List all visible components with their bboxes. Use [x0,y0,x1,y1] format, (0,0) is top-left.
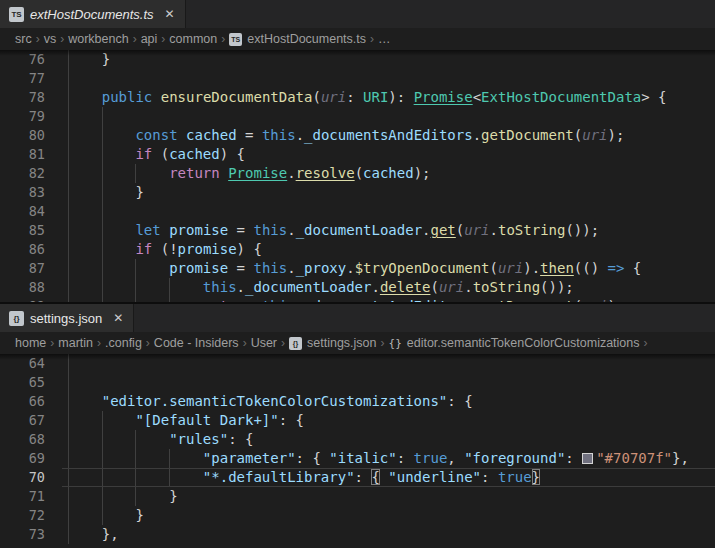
indent-guide [102,506,103,525]
code-line[interactable]: 89 return this._documentsAndEditors.getD… [0,297,715,302]
indent-guide [68,202,69,221]
line-number[interactable]: 64 [0,354,62,373]
line-number[interactable]: 83 [0,183,62,202]
line-number[interactable]: 87 [0,259,62,278]
breadcrumb-item[interactable]: {}editor.semanticTokenColorCustomization… [389,336,640,350]
code-line[interactable]: 73 }, [0,525,715,544]
indent-guide [68,278,69,297]
code-line-text: return Promise.resolve(cached); [62,164,715,183]
line-number[interactable]: 81 [0,145,62,164]
indent-guide [102,145,103,164]
code-token: _proxy [296,260,347,276]
breadcrumb-item[interactable]: src [15,32,32,46]
code-token: . [346,260,354,276]
code-line[interactable]: 72 } [0,506,715,525]
line-number[interactable]: 85 [0,221,62,240]
code-token: return [203,298,254,302]
line-number[interactable]: 73 [0,525,62,544]
code-token: Promise [414,89,473,105]
code-token: (() [574,260,608,276]
code-line[interactable]: 69 "parameter": { "italic": true, "foreg… [0,449,715,468]
code-line[interactable]: 64 [0,354,715,373]
code-token: ( [574,298,582,302]
code-token: ( [490,260,498,276]
code-line[interactable]: 85 let promise = this._documentLoader.ge… [0,221,715,240]
line-number[interactable]: 78 [0,88,62,107]
chevron-right-icon: › [97,336,101,350]
code-line[interactable]: 67 "[Default Dark+]": { [0,411,715,430]
breadcrumb-item[interactable]: TSextHostDocuments.ts [229,32,366,46]
code-token: : { [447,393,472,409]
breadcrumb-item[interactable]: workbench [68,32,128,46]
code-line[interactable]: 79 [0,107,715,126]
code-token: . [287,222,295,238]
code-line[interactable]: 81 if (cached) { [0,145,715,164]
code-token: }, [68,526,119,542]
code-line[interactable]: 87 promise = this._proxy.$tryOpenDocumen… [0,259,715,278]
breadcrumb-item[interactable]: common [169,32,217,46]
chevron-right-icon: › [161,32,165,46]
line-number[interactable]: 68 [0,430,62,449]
code-line[interactable]: 82 return Promise.resolve(cached); [0,164,715,183]
line-number[interactable]: 71 [0,487,62,506]
line-number[interactable]: 80 [0,126,62,145]
code-line[interactable]: 65 [0,373,715,392]
code-line[interactable]: 71 } [0,487,715,506]
breadcrumb-item[interactable]: Code - Insiders [154,336,239,350]
tab-extHostDocuments.ts[interactable]: TSextHostDocuments.ts✕ [0,0,186,28]
code-line[interactable]: 78 public ensureDocumentData(uri: URI): … [0,88,715,107]
breadcrumb-item[interactable]: … [378,32,391,46]
chevron-right-icon: › [644,336,648,350]
code-token: : [355,469,372,485]
breadcrumb-item[interactable]: home [15,336,46,350]
indent-guide [68,487,69,506]
color-swatch[interactable] [582,453,593,464]
indent-guide [68,221,69,240]
line-number[interactable]: 86 [0,240,62,259]
code-token: true [414,450,448,466]
code-line[interactable]: 80 const cached = this._documentsAndEdit… [0,126,715,145]
line-number[interactable]: 84 [0,202,62,221]
code-line[interactable]: 86 if (!promise) { [0,240,715,259]
code-line[interactable]: 77 [0,69,715,88]
code-line[interactable]: 84 [0,202,715,221]
editor-code-area: 76 }7778 public ensureDocumentData(uri: … [0,50,715,302]
code-line[interactable]: 88 this._documentLoader.delete(uri.toStr… [0,278,715,297]
breadcrumb-item[interactable]: martin [58,336,93,350]
breadcrumb-item[interactable]: {}settings.json [289,336,376,350]
code-line-text: } [62,506,715,525]
breadcrumb-item[interactable]: api [141,32,158,46]
line-number[interactable]: 76 [0,50,62,69]
code-token: uri [582,127,607,143]
line-number[interactable]: 70 [0,468,62,487]
line-number[interactable]: 82 [0,164,62,183]
breadcrumb-item[interactable]: .config [105,336,142,350]
indent-guide [68,126,69,145]
code-line[interactable]: 68 "rules": { [0,430,715,449]
line-number[interactable]: 79 [0,107,62,126]
tab-bar: TSextHostDocuments.ts✕ [0,0,715,28]
code-line[interactable]: 83 } [0,183,715,202]
line-number[interactable]: 88 [0,278,62,297]
line-number[interactable]: 65 [0,373,62,392]
line-number[interactable]: 89 [0,297,62,302]
close-icon[interactable]: ✕ [113,312,123,324]
code-line[interactable]: 70 "*.defaultLibrary": { "underline": tr… [0,468,715,487]
line-number[interactable]: 67 [0,411,62,430]
code-line[interactable]: 66 "editor.semanticTokenColorCustomizati… [0,392,715,411]
indent-guide [102,164,103,183]
breadcrumb-item[interactable]: User [251,336,277,350]
code-line[interactable]: 76 } [0,50,715,69]
line-number[interactable]: 72 [0,506,62,525]
line-number[interactable]: 69 [0,449,62,468]
close-icon[interactable]: ✕ [165,8,175,20]
line-number[interactable]: 77 [0,69,62,88]
code-token: ): [388,89,413,105]
line-number[interactable]: 66 [0,392,62,411]
breadcrumb-item[interactable]: vs [44,32,57,46]
code-line-text [62,354,715,373]
code-token: . [473,127,481,143]
code-token: get [431,222,456,238]
code-token: = [237,127,262,143]
tab-settings.json[interactable]: {}settings.json✕ [0,304,134,332]
